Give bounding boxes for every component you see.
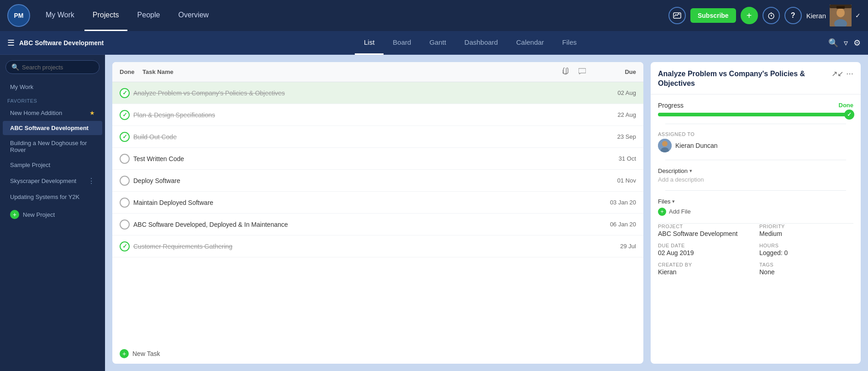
description-section: Description ▾ Add a description — [658, 167, 853, 183]
task-due: 29 Jul — [590, 243, 636, 250]
top-nav: PM My Work Projects People Overview Subs… — [0, 0, 868, 31]
sidebar-item-skyscraper[interactable]: Skyscraper Development ⋮ — [3, 173, 102, 189]
task-checkbox[interactable] — [120, 198, 130, 208]
logo[interactable]: PM — [7, 4, 30, 27]
svg-rect-9 — [836, 6, 845, 9]
task-due: 02 Aug — [590, 89, 636, 96]
progress-section: Progress Done ✓ — [658, 102, 853, 116]
help-icon-btn[interactable]: ? — [784, 7, 802, 24]
files-chevron[interactable]: ▾ — [672, 199, 675, 204]
meta-priority: Priority Medium — [759, 224, 853, 237]
more-options-icon[interactable]: ⋮ — [88, 177, 95, 185]
add-icon-btn[interactable]: + — [741, 7, 758, 24]
add-file-plus-icon: + — [658, 208, 666, 216]
tab-board[interactable]: Board — [384, 31, 420, 55]
timer-icon-btn[interactable] — [763, 7, 780, 24]
add-description[interactable]: Add a description — [658, 176, 853, 183]
divider-3 — [665, 190, 846, 191]
task-row[interactable]: Build Out Code23 Sep — [112, 126, 643, 148]
nav-people[interactable]: People — [129, 0, 168, 31]
task-checkbox[interactable] — [120, 110, 130, 120]
task-row[interactable]: Plan & Design Specifications22 Aug — [112, 104, 643, 126]
chart-icon — [673, 12, 681, 19]
header-clip — [558, 68, 574, 76]
user-area[interactable]: Kieran ✓ — [806, 5, 861, 26]
task-name: ABC Software Developed, Deployed & In Ma… — [133, 221, 590, 228]
task-row[interactable]: Customer Requirements Gathering29 Jul — [112, 235, 643, 257]
task-checkbox[interactable] — [120, 219, 130, 230]
search-icon: 🔍 — [11, 63, 19, 71]
task-due: 31 Oct — [590, 155, 636, 162]
new-task-button[interactable]: + New Task — [112, 344, 643, 364]
new-project-button[interactable]: + New Project — [3, 206, 102, 223]
sub-nav: ☰ ABC Software Development List Board Ga… — [0, 31, 868, 55]
task-due: 06 Jan 20 — [590, 221, 636, 228]
search-box[interactable]: 🔍 — [5, 60, 100, 74]
main-layout: 🔍 My Work Favorites New Home Addition ★ … — [0, 55, 868, 371]
subscribe-button[interactable]: Subscribe — [690, 8, 736, 23]
sidebar-item-sample-project[interactable]: Sample Project — [3, 158, 102, 172]
description-label: Description — [658, 167, 688, 174]
meta-tags-value: None — [759, 268, 853, 276]
sidebar-item-doghouse[interactable]: Building a New Doghouse for Rover — [3, 136, 102, 157]
meta-created-value: Kieran — [658, 268, 752, 276]
search-icon[interactable]: 🔍 — [828, 38, 838, 48]
assigned-row: Kieran Duncan — [658, 139, 853, 152]
assignee-avatar — [658, 139, 672, 152]
chart-icon-btn[interactable] — [668, 7, 686, 24]
tab-calendar[interactable]: Calendar — [507, 31, 553, 55]
meta-created-by: Created By Kieran — [658, 262, 752, 276]
sidebar-item-new-home-addition[interactable]: New Home Addition ★ — [3, 106, 102, 120]
tab-files[interactable]: Files — [553, 31, 586, 55]
task-name: Plan & Design Specifications — [133, 111, 590, 119]
sub-nav-tabs: List Board Gantt Dashboard Calendar File… — [112, 31, 828, 55]
divider-1 — [665, 124, 846, 124]
detail-panel: Analyze Problem vs Company's Policies & … — [651, 62, 861, 364]
settings-icon[interactable]: ⚙ — [853, 38, 861, 48]
progress-done-label: Done — [839, 102, 854, 109]
more-options-icon[interactable]: ⋯ — [846, 69, 853, 78]
tab-dashboard[interactable]: Dashboard — [455, 31, 507, 55]
expand-icon[interactable]: ↗↙ — [831, 69, 843, 78]
detail-header-icons: ↗↙ ⋯ — [831, 69, 853, 78]
task-row[interactable]: Analyze Problem vs Company's Policies & … — [112, 82, 643, 104]
task-checkbox[interactable] — [120, 88, 130, 98]
sidebar-item-abc-software[interactable]: ABC Software Development — [3, 121, 102, 135]
description-chevron[interactable]: ▾ — [689, 168, 692, 174]
meta-logged-value: 0 — [784, 249, 788, 256]
sidebar-item-y2k[interactable]: Updating Systems for Y2K — [3, 190, 102, 204]
meta-hours-label: Hours — [759, 243, 853, 248]
nav-my-work[interactable]: My Work — [37, 0, 83, 31]
progress-label: Progress — [658, 102, 684, 109]
task-name: Test Written Code — [133, 155, 590, 162]
meta-project-value: ABC Software Development — [658, 230, 752, 237]
task-checkbox[interactable] — [120, 154, 130, 164]
task-name: Customer Requirements Gathering — [133, 243, 590, 250]
task-checkbox[interactable] — [120, 176, 130, 186]
meta-tags-label: Tags — [759, 262, 853, 267]
detail-title: Analyze Problem vs Company's Policies & … — [658, 69, 828, 89]
favorites-label: Favorites — [0, 94, 105, 105]
nav-overview[interactable]: Overview — [170, 0, 217, 31]
task-row[interactable]: Test Written Code31 Oct — [112, 148, 643, 170]
comment-icon — [579, 68, 586, 74]
task-name: Analyze Problem vs Company's Policies & … — [133, 89, 590, 97]
tab-gantt[interactable]: Gantt — [420, 31, 455, 55]
avatar — [830, 5, 852, 26]
meta-tags: Tags None — [759, 262, 853, 276]
task-row[interactable]: ABC Software Developed, Deployed & In Ma… — [112, 214, 643, 235]
add-file-button[interactable]: + Add File — [658, 208, 853, 216]
meta-priority-label: Priority — [759, 224, 853, 229]
task-checkbox[interactable] — [120, 132, 130, 142]
task-due: 23 Sep — [590, 133, 636, 140]
task-row[interactable]: Maintain Deployed Software03 Jan 20 — [112, 192, 643, 214]
hamburger-menu[interactable]: ☰ — [7, 38, 15, 48]
task-due: 01 Nov — [590, 177, 636, 184]
task-checkbox[interactable] — [120, 241, 130, 251]
sidebar-item-my-work[interactable]: My Work — [3, 80, 102, 94]
nav-projects[interactable]: Projects — [84, 0, 127, 31]
search-input[interactable] — [22, 64, 99, 71]
filter-icon[interactable]: ▿ — [844, 38, 848, 48]
task-row[interactable]: Deploy Software01 Nov — [112, 170, 643, 192]
tab-list[interactable]: List — [355, 31, 384, 55]
